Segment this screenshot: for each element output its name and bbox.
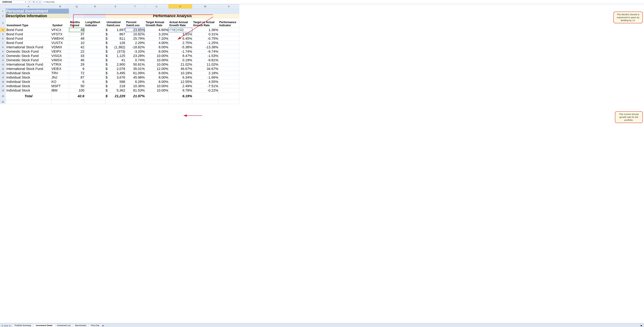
cell-indicator[interactable] — [218, 28, 239, 32]
row-header-9[interactable]: 9 — [0, 50, 6, 54]
col-header-Q[interactable]: Q — [69, 4, 84, 9]
cell-actual-growth[interactable]: 10.18% — [168, 71, 192, 75]
cell-symbol[interactable]: VDMIX — [52, 45, 69, 50]
total-actual[interactable]: 6.19% — [168, 92, 192, 100]
column-header-V[interactable]: Actual Annual Growth Rate — [168, 18, 192, 28]
cell-target-vs-actual[interactable]: -1.25% — [192, 41, 218, 45]
cell-target-vs-actual[interactable]: 1.36% — [192, 28, 218, 32]
cell-unrealized[interactable]: $2,900 — [106, 62, 125, 67]
empty-cell[interactable] — [218, 100, 239, 104]
cell-months-owned[interactable]: 42 — [69, 45, 84, 50]
cell-months-owned[interactable]: 9 — [69, 67, 84, 71]
cell-long-short[interactable] — [84, 58, 106, 62]
cell-percent-gain[interactable]: 25.79% — [125, 36, 145, 41]
cell-unrealized[interactable]: $1,697 — [106, 28, 125, 32]
column-header-T[interactable]: Percent Gain/Loss — [125, 18, 145, 28]
total-unrealized[interactable]: $21,229 — [106, 92, 125, 100]
row-header-18[interactable]: 18 — [0, 88, 6, 92]
total-symbol[interactable] — [52, 92, 69, 100]
cell-target-vs-actual[interactable]: -1.66% — [192, 75, 218, 80]
row-header-12[interactable]: 12 — [0, 62, 6, 67]
cell-investment-type[interactable]: Bond Fund — [6, 28, 51, 32]
sheet-tab-investment-detail[interactable]: Investment Detail — [33, 324, 55, 327]
column-header-R[interactable]: Long/Short Indicator — [84, 18, 106, 28]
cell-months-owned[interactable]: 37 — [69, 32, 84, 36]
cell-investment-type[interactable]: Individual Stock — [6, 84, 51, 88]
row-header-3[interactable]: 3 — [0, 18, 6, 28]
cell-target-vs-actual[interactable]: 0.31% — [192, 32, 218, 36]
cell-target-growth[interactable]: 4.60% — [145, 28, 168, 32]
cell-investment-type[interactable]: Individual Stock — [6, 88, 51, 92]
cell-unrealized[interactable]: $218 — [106, 84, 125, 88]
empty-cell[interactable] — [6, 100, 51, 104]
cell-actual-growth[interactable]: 9.78% — [168, 88, 192, 92]
cell-actual-growth[interactable]: 12.55% — [168, 80, 192, 84]
cell-indicator[interactable] — [218, 58, 239, 62]
cell-indicator[interactable] — [218, 62, 239, 67]
total-label[interactable]: Total — [6, 92, 51, 100]
cell-percent-gain[interactable]: 6.28% — [125, 80, 145, 84]
cell-percent-gain[interactable]: -3.20% — [125, 50, 145, 54]
cell-indicator[interactable] — [218, 67, 239, 71]
cell-symbol[interactable]: VFICX — [52, 28, 69, 32]
cell-symbol[interactable]: VIMSX — [52, 58, 69, 62]
cell-percent-gain[interactable]: 23.85% — [125, 28, 145, 32]
cell-investment-type[interactable]: Bond Fund — [6, 32, 51, 36]
cell-percent-gain[interactable]: 81.53% — [125, 88, 145, 92]
cell-target-vs-actual[interactable]: -7.51% — [192, 84, 218, 88]
column-header-X[interactable]: Performance Indicator — [218, 18, 239, 28]
cell-unrealized[interactable]: $126 — [106, 41, 125, 45]
cell-target-growth[interactable]: 10.00% — [145, 58, 168, 62]
cell-long-short[interactable] — [84, 32, 106, 36]
cell-unrealized[interactable]: $41 — [106, 58, 125, 62]
cell-target-growth[interactable]: 10.00% — [145, 84, 168, 88]
cell-actual-growth[interactable]: 6.45% — [168, 36, 192, 41]
confirm-icon[interactable]: ✓ — [36, 1, 38, 3]
tab-nav-prev-icon[interactable]: ◀ — [4, 324, 6, 327]
row-header-1[interactable]: 1 — [0, 9, 6, 14]
col-header-B[interactable]: B — [52, 4, 69, 9]
cell-percent-gain[interactable]: 2.29% — [125, 41, 145, 45]
cell-actual-growth[interactable]: -1.74% — [168, 50, 192, 54]
cell-investment-type[interactable]: International Stock Fund — [6, 62, 51, 67]
column-header-Q[interactable]: Months Owned — [69, 18, 84, 28]
cell-symbol[interactable]: VEIPX — [52, 50, 69, 54]
cell-symbol[interactable]: IBM — [52, 88, 69, 92]
cell-months-owned[interactable]: 100 — [69, 88, 84, 92]
empty-cell[interactable] — [52, 100, 69, 104]
select-all-corner[interactable] — [0, 4, 6, 9]
cell-percent-gain[interactable]: 10.36% — [125, 84, 145, 88]
cell-actual-growth[interactable]: 8.47% — [168, 54, 192, 58]
cell-target-growth[interactable]: 8.00% — [145, 75, 168, 80]
cell-indicator[interactable] — [218, 80, 239, 84]
cell-target-vs-actual[interactable]: -0.22% — [192, 88, 218, 92]
cell-investment-type[interactable]: Bond Fund — [6, 41, 51, 45]
row-header-16[interactable]: 16 — [0, 80, 6, 84]
cell-investment-type[interactable]: Bond Fund — [6, 36, 51, 41]
cell-long-short[interactable] — [84, 62, 106, 67]
cell-unrealized[interactable]: $1,125 — [106, 54, 125, 58]
tab-nav-last-icon[interactable]: ⏭ — [9, 324, 11, 327]
cell-symbol[interactable]: VFSTX — [52, 32, 69, 36]
cancel-icon[interactable]: ✕ — [33, 1, 34, 3]
cell-indicator[interactable] — [218, 41, 239, 45]
cell-target-vs-actual[interactable]: 4.55% — [192, 80, 218, 84]
cell-months-owned[interactable]: 48 — [69, 36, 84, 41]
cell-symbol[interactable]: MSFT — [52, 84, 69, 88]
name-box[interactable]: AVERAGE ▾ — [0, 1, 28, 3]
total-target[interactable] — [145, 92, 168, 100]
cell-actual-growth[interactable]: 3.51% — [168, 32, 192, 36]
fx-icon[interactable]: fx — [39, 1, 40, 3]
col-header-X[interactable]: X — [218, 4, 239, 9]
empty-cell[interactable] — [145, 100, 168, 104]
cell-unrealized[interactable]: $2,078 — [106, 67, 125, 71]
cell-long-short[interactable] — [84, 84, 106, 88]
cell-actual-growth[interactable]: 6.34% — [168, 75, 192, 80]
row-header-15[interactable]: 15 — [0, 75, 6, 80]
col-header-S[interactable]: S — [106, 4, 125, 9]
cell-investment-type[interactable]: Domestic Stock Fund — [6, 54, 51, 58]
row-header-10[interactable]: 10 — [0, 54, 6, 58]
cell-months-owned[interactable]: 72 — [69, 71, 84, 75]
cell-target-vs-actual[interactable]: -9.81% — [192, 58, 218, 62]
cell-target-growth[interactable]: 8.00% — [145, 80, 168, 84]
